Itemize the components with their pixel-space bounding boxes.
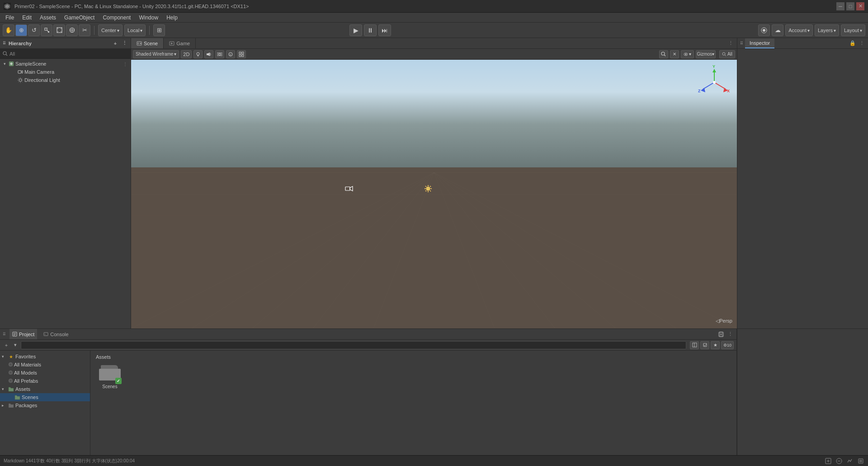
svg-line-62 (313, 172, 434, 328)
window-controls[interactable]: ─ □ ✕ (836, 2, 864, 10)
scene-search-btn[interactable] (659, 50, 668, 58)
menu-gameobject[interactable]: GameObject (61, 14, 98, 22)
svg-point-36 (197, 52, 199, 55)
scene-viewport[interactable]: Y X Z ◁Persp (131, 60, 737, 328)
tab-inspector[interactable]: Inspector (745, 38, 774, 48)
scene-tab-menu-icon[interactable]: ⋮ (727, 40, 734, 47)
all-objects-dropdown[interactable]: All (719, 50, 735, 58)
close-button[interactable]: ✕ (856, 2, 864, 10)
proj-item-all-materials[interactable]: All Materials (0, 361, 90, 369)
camera-scene-object[interactable] (345, 185, 353, 193)
step-button[interactable]: ⏭ (378, 24, 391, 36)
project-add-dropdown-icon[interactable]: ▾ (12, 342, 19, 349)
lighting-btn[interactable] (193, 50, 203, 58)
status-icon-4[interactable] (857, 457, 864, 465)
grid-btn[interactable] (237, 50, 246, 58)
project-menu-icon[interactable]: ⋮ (726, 331, 734, 338)
move-tool[interactable]: ⊕ (15, 24, 27, 36)
proj-item-assets[interactable]: ▾ Assets (0, 385, 90, 393)
tab-project[interactable]: Project (9, 329, 37, 339)
hierarchy-add-btn[interactable]: + (112, 40, 119, 47)
2d-btn[interactable]: 2D (181, 50, 192, 58)
transform-tool[interactable] (66, 24, 78, 36)
tab-console[interactable]: >_ Console (41, 329, 71, 339)
menu-file[interactable]: File (2, 14, 18, 22)
hierarchy-item-samplescene[interactable]: ▾ SampleScene ⋮ (0, 60, 131, 68)
shading-mode-dropdown[interactable]: Shaded Wireframe (133, 50, 179, 58)
mute-btn[interactable]: ✕ (670, 50, 679, 58)
proj-item-all-models[interactable]: All Models (0, 369, 90, 377)
svg-rect-49 (242, 52, 244, 54)
assets-breadcrumb: Assets (94, 354, 733, 360)
pause-button[interactable]: ⏸ (364, 24, 377, 36)
proj-item-all-prefabs[interactable]: All Prefabs (0, 377, 90, 385)
hierarchy-panel: ⠿ Hierarchy + ⋮ All ▾ (0, 38, 131, 328)
tab-scene[interactable]: Scene (131, 38, 164, 48)
svg-line-66 (434, 172, 616, 328)
inspector-menu-icon[interactable]: ⋮ (858, 40, 865, 47)
layout-dropdown[interactable]: Layout (841, 24, 865, 36)
menu-window[interactable]: Window (135, 14, 162, 22)
project-save-icon[interactable] (717, 331, 725, 338)
center-dropdown[interactable]: Center (98, 24, 123, 36)
menu-edit[interactable]: Edit (19, 14, 35, 22)
maximize-button[interactable]: □ (846, 2, 854, 10)
extra-tool-btn[interactable]: ⊞ (153, 24, 165, 36)
hidden-obj-btn[interactable]: 0 (226, 50, 235, 58)
audio-btn[interactable] (204, 50, 213, 58)
proj-item-scenes[interactable]: ▸ Scenes (0, 393, 90, 401)
hand-tool[interactable]: ✋ (3, 24, 14, 36)
account-dropdown[interactable]: Account (785, 24, 813, 36)
play-button[interactable]: ▶ (349, 24, 362, 36)
rotate-tool[interactable]: ↺ (28, 24, 40, 36)
packages-visible-btn[interactable] (700, 341, 709, 349)
scene-orientation-gizmo[interactable]: Y X Z (696, 64, 732, 100)
svg-line-27 (19, 78, 19, 79)
status-icon-3[interactable] (846, 457, 854, 465)
rect-tool[interactable] (53, 24, 65, 36)
status-icon-2[interactable] (835, 457, 843, 465)
scene-game-tabs: Scene Game ⋮ (131, 38, 737, 49)
toolbar: ✋ ⊕ ↺ ✂ (0, 23, 868, 38)
gizmos-chevron-icon (712, 52, 714, 57)
tab-game[interactable]: Game (164, 38, 196, 48)
hierarchy-item-maincamera[interactable]: ▸ Main Camera (0, 68, 131, 76)
one-column-btn[interactable] (690, 341, 699, 349)
light-scene-object[interactable] (424, 184, 433, 193)
hierarchy-item-directionallight[interactable]: ▸ Directional Light (0, 76, 131, 84)
samplescene-menu-icon[interactable]: ⋮ (122, 60, 129, 67)
favorites-expand-icon[interactable]: ▾ (2, 354, 6, 359)
proj-item-favorites[interactable]: ▾ ★ Favorites (0, 352, 90, 361)
svg-line-28 (22, 82, 23, 82)
scale-tool[interactable] (41, 24, 52, 36)
hierarchy-menu-btn[interactable]: ⋮ (121, 40, 128, 47)
stats-dropdown[interactable] (681, 50, 694, 58)
hierarchy-search-bar[interactable]: All (0, 49, 131, 59)
menu-assets[interactable]: Assets (36, 14, 60, 22)
status-icon-1[interactable] (825, 457, 832, 465)
menu-help[interactable]: Help (163, 14, 181, 22)
layers-dropdown[interactable]: Layers (815, 24, 839, 36)
fx-btn[interactable] (215, 50, 224, 58)
svg-line-59 (131, 172, 434, 328)
menu-component[interactable]: Component (99, 14, 134, 22)
local-dropdown[interactable]: Local (124, 24, 146, 36)
collab-icon[interactable] (758, 24, 770, 36)
svg-rect-50 (239, 55, 241, 57)
project-add-btn[interactable]: + (3, 342, 10, 349)
gizmos-btn[interactable]: Gizmos (696, 50, 716, 58)
play-controls: ▶ ⏸ ⏭ (349, 24, 391, 36)
svg-point-15 (3, 52, 6, 55)
minimize-button[interactable]: ─ (836, 2, 844, 10)
assets-expand-icon[interactable]: ▾ (2, 387, 6, 391)
search-filter-btn[interactable]: ⚙ 10 (721, 341, 734, 349)
project-search-input[interactable] (21, 341, 686, 349)
custom-tool[interactable]: ✂ (79, 24, 90, 36)
inspector-lock-icon[interactable]: 🔒 (849, 40, 856, 47)
asset-item-scenes[interactable]: ✓ Scenes (94, 363, 126, 391)
samplescene-expand-icon[interactable]: ▾ (2, 61, 7, 67)
favorites-btn[interactable]: ★ (711, 341, 720, 349)
packages-expand-icon[interactable]: ▸ (2, 403, 6, 408)
proj-item-packages[interactable]: ▸ Packages (0, 401, 90, 409)
cloud-button[interactable]: ☁ (772, 24, 783, 36)
